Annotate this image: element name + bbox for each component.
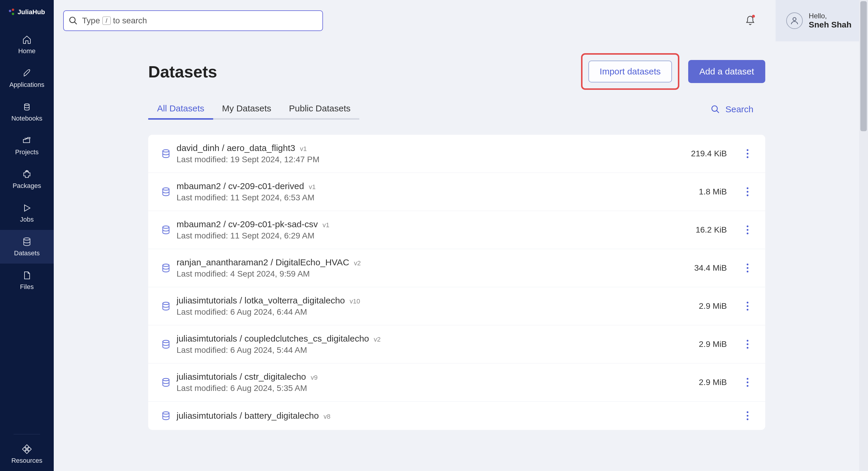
scrollbar-thumb[interactable]: [860, 1, 867, 131]
tab-my-datasets[interactable]: My Datasets: [213, 99, 280, 120]
dataset-row[interactable]: mbauman2 / cv-209-c01-pk-sad-csv v1 Last…: [148, 211, 765, 249]
search-icon: [711, 105, 720, 114]
dataset-modified: Last modified: 6 Aug 2024, 5:35 AM: [177, 384, 699, 393]
brand-logo[interactable]: JuliaHub: [9, 8, 45, 16]
database-icon: [160, 186, 172, 198]
dataset-size: 1.8 MiB: [699, 187, 727, 197]
global-search-input[interactable]: Type / to search: [63, 10, 323, 31]
dataset-modified: Last modified: 19 Sept 2024, 12:47 PM: [177, 155, 691, 164]
svg-point-25: [747, 271, 748, 272]
content: Datasets Import datasets Add a dataset A…: [54, 41, 868, 471]
dataset-row[interactable]: juliasimtutorials / battery_digitalecho …: [148, 402, 765, 430]
svg-point-28: [747, 305, 748, 307]
tab-public-datasets[interactable]: Public Datasets: [280, 99, 359, 120]
row-actions-menu[interactable]: [742, 377, 753, 388]
notifications-button[interactable]: [744, 14, 757, 27]
dataset-modified: Last modified: 6 Aug 2024, 6:44 AM: [177, 307, 699, 317]
nav-home[interactable]: Home: [0, 28, 54, 61]
dataset-size: 2.9 MiB: [699, 340, 727, 349]
dataset-title: ranjan_anantharaman2 / DigitalEcho_HVAC: [177, 257, 349, 267]
slash-key-badge: /: [102, 17, 111, 25]
svg-point-39: [747, 411, 748, 413]
nav-label: Resources: [11, 457, 42, 465]
dataset-list: david_dinh / aero_data_flight3 v1 Last m…: [148, 135, 765, 430]
user-greeting: Hello,: [809, 12, 851, 20]
nav-datasets[interactable]: Datasets: [0, 230, 54, 264]
row-actions-menu[interactable]: [742, 300, 753, 312]
dataset-row[interactable]: juliasimtutorials / coupledclutches_cs_d…: [148, 325, 765, 363]
svg-point-24: [747, 267, 748, 269]
dataset-title: david_dinh / aero_data_flight3: [177, 143, 295, 153]
inline-search[interactable]: Search: [711, 104, 753, 114]
dataset-title: juliasimtutorials / lotka_volterra_digit…: [177, 295, 345, 305]
svg-point-20: [747, 229, 748, 231]
nav-jobs[interactable]: Jobs: [0, 196, 54, 230]
search-placeholder-prefix: Type: [82, 16, 100, 25]
dataset-row[interactable]: david_dinh / aero_data_flight3 v1 Last m…: [148, 135, 765, 173]
row-actions-menu[interactable]: [742, 338, 753, 350]
database-icon: [160, 300, 172, 312]
database-icon: [160, 338, 172, 350]
nav-label: Files: [20, 283, 34, 291]
brand-text: JuliaHub: [18, 8, 45, 16]
dataset-modified: Last modified: 4 Sept 2024, 9:59 AM: [177, 269, 694, 278]
svg-point-9: [712, 106, 717, 111]
topbar: Type / to search Hello, Sneh Shah: [54, 0, 868, 41]
database-icon: [160, 148, 172, 159]
dataset-modified: Last modified: 11 Sept 2024, 6:29 AM: [177, 231, 695, 240]
tabs: All Datasets My Datasets Public Datasets…: [148, 99, 765, 120]
import-datasets-button[interactable]: Import datasets: [588, 61, 672, 83]
nav-projects[interactable]: Projects: [0, 129, 54, 163]
svg-point-38: [163, 412, 169, 414]
svg-point-12: [747, 153, 748, 154]
dataset-title: mbauman2 / cv-209-c01-derived: [177, 181, 304, 191]
search-icon: [68, 16, 78, 25]
dataset-row[interactable]: juliasimtutorials / lotka_volterra_digit…: [148, 287, 765, 325]
add-dataset-button[interactable]: Add a dataset: [688, 60, 765, 83]
dataset-version: v10: [349, 298, 360, 305]
dataset-version: v1: [300, 145, 307, 153]
svg-point-23: [747, 264, 748, 265]
scrollbar[interactable]: [859, 0, 868, 471]
dataset-row[interactable]: juliasimtutorials / cstr_digitalecho v9 …: [148, 363, 765, 402]
svg-point-22: [163, 264, 169, 267]
svg-point-21: [747, 233, 748, 234]
row-actions-menu[interactable]: [742, 262, 753, 274]
svg-point-37: [747, 385, 748, 387]
dataset-version: v8: [323, 413, 330, 420]
row-actions-menu[interactable]: [742, 148, 753, 159]
nav-notebooks[interactable]: Notebooks: [0, 95, 54, 129]
nav-applications[interactable]: Applications: [0, 61, 54, 95]
tab-all-datasets[interactable]: All Datasets: [148, 99, 213, 120]
main-area: Type / to search Hello, Sneh Shah Datase…: [54, 0, 868, 471]
database-icon: [160, 377, 172, 388]
nav-separator: [13, 434, 40, 434]
svg-point-27: [747, 302, 748, 303]
svg-point-0: [25, 104, 29, 105]
dataset-row[interactable]: ranjan_anantharaman2 / DigitalEcho_HVAC …: [148, 249, 765, 287]
row-actions-menu[interactable]: [742, 186, 753, 198]
svg-point-29: [747, 309, 748, 311]
row-actions-menu[interactable]: [742, 410, 753, 422]
nav-files[interactable]: Files: [0, 264, 54, 297]
svg-point-36: [747, 381, 748, 383]
svg-point-8: [793, 18, 796, 21]
nav-resources[interactable]: Resources: [0, 437, 54, 471]
nav-label: Datasets: [14, 249, 40, 257]
user-menu[interactable]: Hello, Sneh Shah: [776, 0, 868, 41]
row-actions-menu[interactable]: [742, 224, 753, 236]
svg-point-11: [747, 149, 748, 151]
dataset-row[interactable]: mbauman2 / cv-209-c01-derived v1 Last mo…: [148, 173, 765, 211]
brand-mark-icon: [9, 8, 16, 16]
nav-label: Packages: [13, 182, 41, 190]
puzzle-icon: [22, 169, 32, 180]
svg-point-41: [747, 418, 748, 420]
page-header: Datasets Import datasets Add a dataset: [148, 53, 765, 90]
database-icon: [160, 262, 172, 274]
database-icon: [22, 236, 32, 247]
svg-point-16: [747, 191, 748, 193]
svg-point-32: [747, 343, 748, 345]
nav-packages[interactable]: Packages: [0, 163, 54, 196]
home-icon: [22, 34, 32, 45]
import-highlight-box: Import datasets: [581, 53, 679, 90]
